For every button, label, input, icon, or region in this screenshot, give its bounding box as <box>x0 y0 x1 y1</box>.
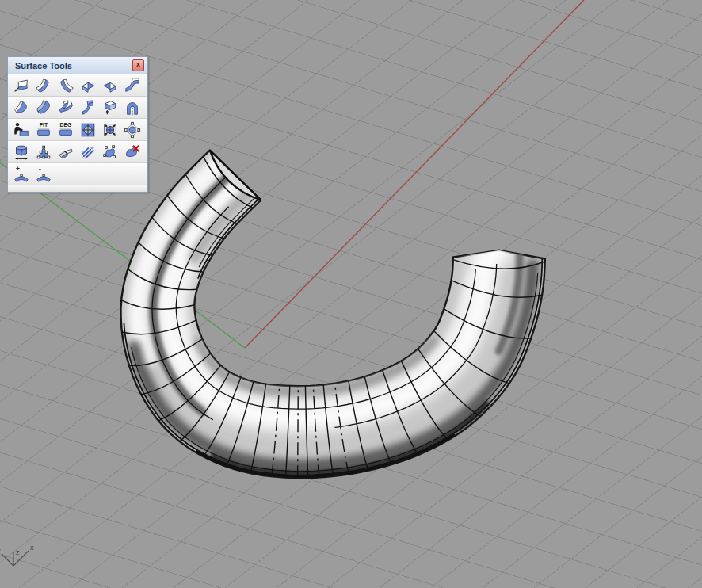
axis-label-y: y <box>0 547 1 555</box>
insert-knot-button[interactable]: + <box>10 164 32 184</box>
surface-tools-palette[interactable]: Surface Tools x FIT DEG <box>7 56 148 193</box>
blend-surface-icon <box>123 77 142 94</box>
edit-surface-points-button[interactable] <box>99 142 121 162</box>
divide-along-crease-icon <box>56 143 75 161</box>
edit-control-points-icon <box>34 143 53 161</box>
rebuild-cylinder-icon <box>12 143 31 161</box>
connect-surfaces-button[interactable] <box>55 97 77 117</box>
variable-fillet-surface-button[interactable] <box>55 75 77 95</box>
divide-along-crease-button[interactable] <box>55 142 77 162</box>
blend-perpendicular-icon <box>78 99 97 116</box>
icon-row-2 <box>8 97 147 119</box>
fit-surface-button[interactable]: FIT <box>32 120 55 139</box>
remove-surface-button[interactable] <box>121 142 143 162</box>
close-button[interactable]: x <box>132 59 144 71</box>
palette-footer <box>8 185 147 192</box>
unroll-surface-button[interactable] <box>99 97 121 117</box>
match-surface-button[interactable] <box>10 120 32 139</box>
extend-surface-icon <box>12 77 31 94</box>
connect-surfaces-icon <box>56 99 75 116</box>
chamfer-surface-icon <box>78 77 97 94</box>
chamfer-surface-button[interactable] <box>77 75 99 95</box>
rebuild-surface-button[interactable] <box>77 120 99 139</box>
rebuild-cylinder-button[interactable] <box>10 142 32 162</box>
tube-symmetry-button[interactable] <box>121 97 143 117</box>
remove-knot-icon: - <box>34 166 53 183</box>
blend-surface-button[interactable] <box>121 75 143 95</box>
svg-text:FIT: FIT <box>40 122 48 128</box>
svg-text:+: + <box>16 166 20 173</box>
rhino-viewport-window: z x y Surface Tools x <box>0 0 702 588</box>
change-degree-icon: DEG <box>56 121 75 139</box>
palette-title-bar[interactable]: Surface Tools x <box>8 57 147 74</box>
world-axis-indicator: z x y <box>0 544 34 566</box>
rebuild-surface-icon <box>78 121 97 139</box>
make-uniform-button[interactable] <box>121 120 143 139</box>
edit-control-points-button[interactable] <box>32 142 55 162</box>
remove-surface-icon <box>123 143 142 161</box>
variable-chamfer-surface-button[interactable] <box>99 75 121 95</box>
rebuild-uv-icon <box>101 121 120 139</box>
variable-chamfer-surface-icon <box>101 77 120 94</box>
blend-perpendicular-button[interactable] <box>77 97 99 117</box>
icon-row-3: FIT DEG <box>8 119 147 141</box>
make-uniform-icon <box>123 121 142 139</box>
icon-row-5: + - <box>8 163 147 185</box>
change-degree-button[interactable]: DEG <box>55 120 77 139</box>
icon-row-4 <box>8 141 147 163</box>
offset-surface-icon <box>34 99 53 116</box>
svg-text:-: - <box>39 166 41 173</box>
insert-knot-icon: + <box>12 166 31 183</box>
icon-row-1 <box>8 74 147 97</box>
svg-text:DEG: DEG <box>60 122 72 128</box>
axis-label-x: x <box>30 544 34 552</box>
tube-symmetry-icon <box>123 99 142 116</box>
patch-surface-icon <box>12 99 31 116</box>
axis-label-z: z <box>16 548 20 556</box>
fillet-surface-button[interactable] <box>32 75 55 95</box>
apply-displacement-button[interactable] <box>77 142 99 162</box>
fillet-surface-icon <box>34 77 53 94</box>
offset-surface-button[interactable] <box>32 97 55 117</box>
variable-fillet-surface-icon <box>56 77 75 94</box>
match-surface-icon <box>12 121 31 139</box>
rebuild-uv-button[interactable] <box>99 120 121 139</box>
apply-displacement-icon <box>78 143 97 161</box>
edit-surface-points-icon <box>101 143 120 161</box>
extend-surface-button[interactable] <box>10 75 32 95</box>
palette-title: Surface Tools <box>15 61 132 71</box>
unroll-surface-icon <box>101 99 120 116</box>
remove-knot-button[interactable]: - <box>32 164 55 184</box>
fit-surface-icon: FIT <box>34 121 53 139</box>
patch-surface-button[interactable] <box>10 97 32 117</box>
pipe-surface-object[interactable] <box>121 151 545 479</box>
